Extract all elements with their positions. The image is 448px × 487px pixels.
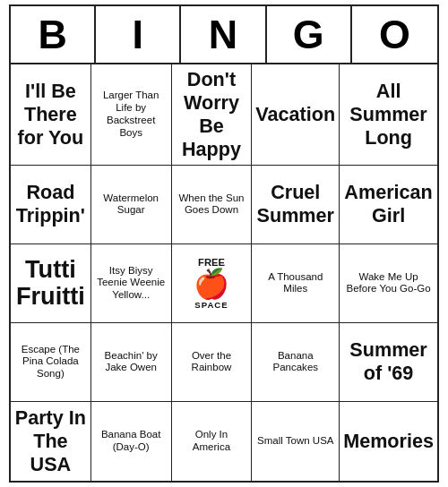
bingo-cell-n4: Over the Rainbow <box>172 323 253 402</box>
free-space-text: SPACE <box>194 300 228 310</box>
cell-text: Summer of '69 <box>343 338 434 385</box>
bingo-header-letter: I <box>96 6 181 63</box>
cell-text: Vacation <box>255 103 335 126</box>
cell-text: Road Trippin' <box>14 181 87 227</box>
bingo-header-letter: B <box>11 6 96 63</box>
bingo-cell-o2: American Girl <box>340 166 437 244</box>
cell-text: Itsy Biysy Teenie Weenie Yellow... <box>95 265 168 302</box>
bingo-cell-o1: All Summer Long <box>340 64 437 166</box>
bingo-cell-i3: Itsy Biysy Teenie Weenie Yellow... <box>91 244 172 323</box>
cell-text: Banana Boat (Day-O) <box>95 429 168 454</box>
cell-text: A Thousand Miles <box>255 271 335 296</box>
cell-text: Over the Rainbow <box>176 350 248 375</box>
bingo-cell-o5: Memories <box>340 402 437 481</box>
bingo-header: BINGO <box>11 6 437 64</box>
cell-text: I'll Be There for You <box>14 80 87 150</box>
bingo-cell-i5: Banana Boat (Day-O) <box>91 402 172 481</box>
cell-text: Party In The USA <box>14 406 87 476</box>
bingo-card: BINGO I'll Be There for YouLarger Than L… <box>9 4 439 483</box>
bingo-cell-n2: When the Sun Goes Down <box>172 166 253 244</box>
cell-text: Escape (The Pina Colada Song) <box>14 344 87 380</box>
bingo-cell-b5: Party In The USA <box>11 402 91 481</box>
cell-text: Only In America <box>176 429 248 454</box>
cell-text: Beachin' by Jake Owen <box>95 350 168 375</box>
bingo-cell-g3: A Thousand Miles <box>252 244 340 323</box>
cell-text: Tutti Fruitti <box>14 256 87 310</box>
bingo-cell-g1: Vacation <box>252 64 340 166</box>
bingo-cell-n5: Only In America <box>172 402 253 481</box>
bingo-cell-b2: Road Trippin' <box>11 166 91 244</box>
bingo-cell-b3: Tutti Fruitti <box>11 244 91 323</box>
free-label: FREE <box>198 257 225 268</box>
bingo-cell-b1: I'll Be There for You <box>11 64 91 166</box>
bingo-cell-g5: Small Town USA <box>252 402 340 481</box>
bingo-cell-n3: FREE🍎SPACE <box>172 244 253 323</box>
cell-text: When the Sun Goes Down <box>176 192 248 218</box>
bingo-header-letter: N <box>181 6 266 63</box>
cell-text: Don't Worry Be Happy <box>176 68 248 161</box>
free-space-icon: 🍎 <box>194 269 229 298</box>
bingo-cell-o4: Summer of '69 <box>340 323 437 402</box>
cell-text: Watermelon Sugar <box>95 192 168 218</box>
bingo-cell-i2: Watermelon Sugar <box>91 166 172 244</box>
cell-text: Cruel Summer <box>255 181 335 227</box>
bingo-cell-g4: Banana Pancakes <box>252 323 340 402</box>
free-space: FREE🍎SPACE <box>194 257 229 310</box>
bingo-grid: I'll Be There for YouLarger Than Life by… <box>11 64 437 481</box>
cell-text: Wake Me Up Before You Go-Go <box>343 271 434 296</box>
bingo-cell-i4: Beachin' by Jake Owen <box>91 323 172 402</box>
bingo-header-letter: G <box>267 6 352 63</box>
bingo-cell-n1: Don't Worry Be Happy <box>172 64 253 166</box>
cell-text: Small Town USA <box>257 435 334 448</box>
bingo-cell-g2: Cruel Summer <box>252 166 340 244</box>
cell-text: American Girl <box>343 181 434 227</box>
cell-text: All Summer Long <box>343 80 434 150</box>
cell-text: Banana Pancakes <box>255 350 335 375</box>
bingo-cell-b4: Escape (The Pina Colada Song) <box>11 323 91 402</box>
bingo-header-letter: O <box>352 6 437 63</box>
bingo-cell-i1: Larger Than Life by Backstreet Boys <box>91 64 172 166</box>
cell-text: Memories <box>343 430 434 453</box>
bingo-cell-o3: Wake Me Up Before You Go-Go <box>340 244 437 323</box>
cell-text: Larger Than Life by Backstreet Boys <box>95 90 168 139</box>
